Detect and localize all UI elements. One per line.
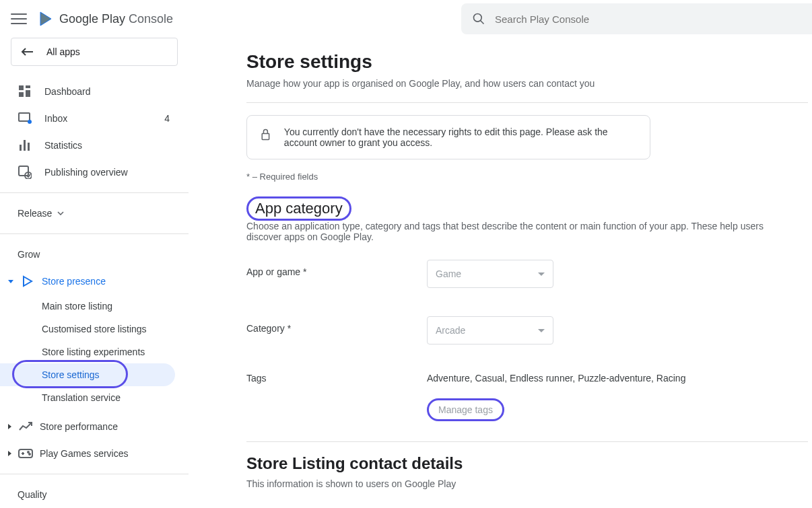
dropdown-value: Arcade [436, 325, 465, 336]
contact-details-heading: Store Listing contact details [246, 454, 808, 473]
svg-rect-8 [19, 92, 24, 97]
publishing-icon [18, 166, 32, 179]
nav-label: Publishing overview [44, 167, 128, 178]
svg-point-21 [29, 453, 30, 455]
nav-label: Play Games services [40, 448, 128, 459]
dropdown-arrow-icon [538, 329, 545, 332]
nav-label: Dashboard [44, 86, 91, 97]
nav-label: Store listing experiments [42, 347, 145, 357]
nav-statistics[interactable]: Statistics [0, 132, 189, 159]
nav-dashboard[interactable]: Dashboard [0, 78, 189, 105]
logo-text: Google Play Console [59, 12, 173, 26]
app-category-heading: App category [255, 200, 343, 217]
nav-release[interactable]: Release [0, 200, 189, 227]
dropdown-value: Game [436, 268, 461, 279]
trend-icon [19, 422, 32, 431]
search-input[interactable] [495, 13, 812, 25]
statistics-icon [19, 139, 31, 151]
inbox-badge: 4 [164, 113, 170, 124]
chevron-down-icon [57, 211, 64, 215]
main-content: Store settings Manage how your app is or… [189, 38, 808, 508]
svg-rect-13 [28, 143, 30, 151]
nav-label: Store performance [40, 421, 118, 432]
svg-rect-14 [19, 166, 28, 176]
nav-label: Grow [18, 249, 40, 260]
highlight-annotation: Manage tags [427, 398, 504, 421]
play-icon [22, 275, 34, 287]
divider [246, 441, 808, 442]
nav-customised-listings[interactable]: Customised store listings [0, 318, 189, 340]
caret-right-icon [8, 451, 11, 456]
all-apps-button[interactable]: All apps [11, 38, 178, 66]
svg-rect-7 [26, 90, 30, 97]
category-label: Category * [246, 316, 427, 334]
svg-marker-0 [40, 12, 51, 26]
lock-icon [261, 126, 271, 143]
highlight-annotation: App category [246, 196, 351, 221]
app-or-game-label: App or game * [246, 260, 427, 277]
page-title: Store settings [246, 51, 808, 73]
nav-label: Statistics [44, 140, 82, 151]
svg-point-20 [28, 451, 29, 453]
required-fields-note: * – Required fields [246, 172, 808, 182]
nav-label: Inbox [44, 113, 67, 124]
nav-store-settings[interactable]: Store settings [0, 363, 175, 386]
svg-point-2 [474, 14, 482, 22]
app-or-game-dropdown[interactable]: Game [427, 260, 553, 288]
gamepad-icon [18, 449, 33, 458]
nav-grow[interactable]: Grow [0, 241, 189, 268]
nav-inbox[interactable]: Inbox 4 [0, 105, 189, 132]
sidebar: All apps Dashboard Inbox 4 Statistics Pu… [0, 38, 189, 508]
nav-main-store-listing[interactable]: Main store listing [0, 295, 189, 318]
dashboard-icon [18, 85, 32, 98]
nav-label: Customised store listings [42, 324, 147, 334]
svg-rect-5 [19, 85, 24, 90]
nav-label: Quality [18, 489, 47, 500]
svg-rect-12 [24, 140, 26, 151]
nav-label: Translation service [42, 392, 121, 403]
category-dropdown[interactable]: Arcade [427, 316, 553, 344]
nav-label: Main store listing [42, 301, 112, 312]
nav-store-performance[interactable]: Store performance [0, 413, 189, 440]
page-subtitle: Manage how your app is organised on Goog… [246, 78, 808, 89]
tags-label: Tags [246, 373, 427, 384]
nav-label: Store presence [42, 276, 106, 287]
hamburger-menu-icon[interactable] [11, 11, 27, 27]
nav-publishing[interactable]: Publishing overview [0, 159, 189, 186]
svg-point-10 [28, 120, 32, 124]
nav-label: Release [18, 208, 52, 219]
all-apps-label: All apps [46, 46, 80, 57]
search-box[interactable] [461, 3, 812, 34]
nav-translation-service[interactable]: Translation service [0, 386, 189, 409]
search-icon [472, 12, 485, 26]
svg-line-3 [481, 21, 484, 24]
nav-store-presence[interactable]: Store presence [0, 268, 189, 295]
svg-rect-6 [26, 85, 30, 88]
nav-label: Store settings [42, 369, 100, 380]
divider [246, 102, 808, 103]
arrow-left-icon [21, 47, 34, 57]
svg-marker-16 [24, 277, 32, 286]
nav-play-games-services[interactable]: Play Games services [0, 440, 189, 467]
tags-value: Adventure, Casual, Endless runner, Puzzl… [427, 373, 685, 384]
nav-quality[interactable]: Quality [0, 481, 189, 508]
play-console-icon [38, 11, 54, 27]
dropdown-arrow-icon [538, 273, 545, 276]
contact-details-description: This information is shown to users on Go… [246, 478, 785, 489]
permission-notice: You currently don't have the necessary r… [246, 115, 650, 159]
notice-text: You currently don't have the necessary r… [284, 126, 636, 148]
caret-down-icon [8, 280, 13, 283]
svg-rect-11 [20, 145, 22, 151]
logo[interactable]: Google Play Console [38, 11, 173, 27]
svg-rect-26 [262, 134, 269, 140]
inbox-icon [18, 112, 32, 124]
app-category-description: Choose an application type, category and… [246, 221, 785, 242]
caret-right-icon [8, 424, 11, 429]
manage-tags-button[interactable]: Manage tags [438, 404, 493, 415]
nav-store-experiments[interactable]: Store listing experiments [0, 340, 189, 363]
svg-rect-9 [19, 113, 30, 121]
